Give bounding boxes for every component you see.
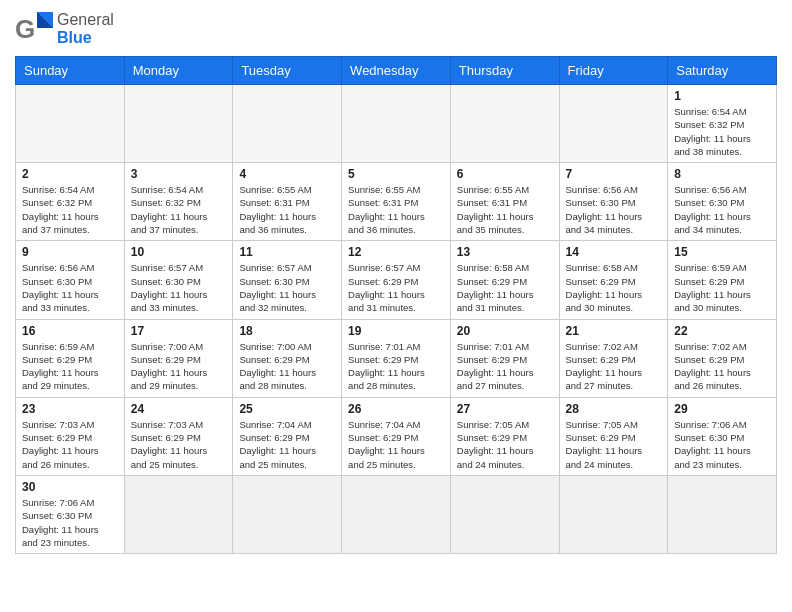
day-info: Sunrise: 6:57 AM Sunset: 6:30 PM Dayligh… <box>131 261 227 314</box>
calendar-week-row: 30Sunrise: 7:06 AM Sunset: 6:30 PM Dayli… <box>16 475 777 553</box>
weekday-header-row: Sunday Monday Tuesday Wednesday Thursday… <box>16 57 777 85</box>
calendar-cell: 10Sunrise: 6:57 AM Sunset: 6:30 PM Dayli… <box>124 241 233 319</box>
day-info: Sunrise: 7:04 AM Sunset: 6:29 PM Dayligh… <box>239 418 335 471</box>
calendar-cell: 16Sunrise: 6:59 AM Sunset: 6:29 PM Dayli… <box>16 319 125 397</box>
day-number: 5 <box>348 167 444 181</box>
day-number: 15 <box>674 245 770 259</box>
calendar-cell: 21Sunrise: 7:02 AM Sunset: 6:29 PM Dayli… <box>559 319 668 397</box>
calendar-cell: 20Sunrise: 7:01 AM Sunset: 6:29 PM Dayli… <box>450 319 559 397</box>
header-saturday: Saturday <box>668 57 777 85</box>
calendar-cell: 4Sunrise: 6:55 AM Sunset: 6:31 PM Daylig… <box>233 163 342 241</box>
calendar-cell: 23Sunrise: 7:03 AM Sunset: 6:29 PM Dayli… <box>16 397 125 475</box>
day-info: Sunrise: 6:58 AM Sunset: 6:29 PM Dayligh… <box>457 261 553 314</box>
day-info: Sunrise: 7:00 AM Sunset: 6:29 PM Dayligh… <box>131 340 227 393</box>
day-info: Sunrise: 6:55 AM Sunset: 6:31 PM Dayligh… <box>348 183 444 236</box>
day-info: Sunrise: 7:06 AM Sunset: 6:30 PM Dayligh… <box>674 418 770 471</box>
day-info: Sunrise: 6:59 AM Sunset: 6:29 PM Dayligh… <box>22 340 118 393</box>
calendar-cell: 13Sunrise: 6:58 AM Sunset: 6:29 PM Dayli… <box>450 241 559 319</box>
day-number: 17 <box>131 324 227 338</box>
day-info: Sunrise: 7:03 AM Sunset: 6:29 PM Dayligh… <box>22 418 118 471</box>
header-friday: Friday <box>559 57 668 85</box>
day-number: 6 <box>457 167 553 181</box>
day-info: Sunrise: 7:04 AM Sunset: 6:29 PM Dayligh… <box>348 418 444 471</box>
logo: G General Blue <box>15 10 114 48</box>
logo-container: G General Blue <box>15 10 114 48</box>
day-info: Sunrise: 6:55 AM Sunset: 6:31 PM Dayligh… <box>239 183 335 236</box>
calendar-week-row: 23Sunrise: 7:03 AM Sunset: 6:29 PM Dayli… <box>16 397 777 475</box>
day-info: Sunrise: 6:56 AM Sunset: 6:30 PM Dayligh… <box>674 183 770 236</box>
day-info: Sunrise: 7:05 AM Sunset: 6:29 PM Dayligh… <box>566 418 662 471</box>
calendar-cell: 11Sunrise: 6:57 AM Sunset: 6:30 PM Dayli… <box>233 241 342 319</box>
calendar-cell: 15Sunrise: 6:59 AM Sunset: 6:29 PM Dayli… <box>668 241 777 319</box>
day-info: Sunrise: 6:54 AM Sunset: 6:32 PM Dayligh… <box>22 183 118 236</box>
calendar-cell: 26Sunrise: 7:04 AM Sunset: 6:29 PM Dayli… <box>342 397 451 475</box>
calendar-cell <box>668 475 777 553</box>
calendar-cell <box>450 85 559 163</box>
calendar-cell: 5Sunrise: 6:55 AM Sunset: 6:31 PM Daylig… <box>342 163 451 241</box>
header-tuesday: Tuesday <box>233 57 342 85</box>
calendar-cell <box>342 475 451 553</box>
day-number: 7 <box>566 167 662 181</box>
day-info: Sunrise: 6:54 AM Sunset: 6:32 PM Dayligh… <box>674 105 770 158</box>
day-number: 21 <box>566 324 662 338</box>
calendar-cell <box>342 85 451 163</box>
calendar-cell: 25Sunrise: 7:04 AM Sunset: 6:29 PM Dayli… <box>233 397 342 475</box>
logo-icon: G <box>15 10 55 48</box>
day-number: 18 <box>239 324 335 338</box>
calendar-cell: 27Sunrise: 7:05 AM Sunset: 6:29 PM Dayli… <box>450 397 559 475</box>
header-wednesday: Wednesday <box>342 57 451 85</box>
day-info: Sunrise: 6:57 AM Sunset: 6:30 PM Dayligh… <box>239 261 335 314</box>
calendar-cell <box>124 475 233 553</box>
day-number: 4 <box>239 167 335 181</box>
calendar-cell: 3Sunrise: 6:54 AM Sunset: 6:32 PM Daylig… <box>124 163 233 241</box>
day-info: Sunrise: 7:00 AM Sunset: 6:29 PM Dayligh… <box>239 340 335 393</box>
calendar-cell <box>559 85 668 163</box>
calendar-cell <box>233 475 342 553</box>
calendar-cell: 24Sunrise: 7:03 AM Sunset: 6:29 PM Dayli… <box>124 397 233 475</box>
day-info: Sunrise: 7:03 AM Sunset: 6:29 PM Dayligh… <box>131 418 227 471</box>
calendar-cell <box>559 475 668 553</box>
day-info: Sunrise: 7:02 AM Sunset: 6:29 PM Dayligh… <box>566 340 662 393</box>
calendar-cell: 30Sunrise: 7:06 AM Sunset: 6:30 PM Dayli… <box>16 475 125 553</box>
day-info: Sunrise: 7:01 AM Sunset: 6:29 PM Dayligh… <box>348 340 444 393</box>
calendar: Sunday Monday Tuesday Wednesday Thursday… <box>15 56 777 554</box>
day-info: Sunrise: 7:06 AM Sunset: 6:30 PM Dayligh… <box>22 496 118 549</box>
calendar-cell <box>233 85 342 163</box>
day-number: 23 <box>22 402 118 416</box>
calendar-week-row: 1Sunrise: 6:54 AM Sunset: 6:32 PM Daylig… <box>16 85 777 163</box>
day-number: 24 <box>131 402 227 416</box>
calendar-cell: 6Sunrise: 6:55 AM Sunset: 6:31 PM Daylig… <box>450 163 559 241</box>
day-number: 1 <box>674 89 770 103</box>
calendar-cell: 18Sunrise: 7:00 AM Sunset: 6:29 PM Dayli… <box>233 319 342 397</box>
svg-text:G: G <box>15 14 35 44</box>
day-number: 10 <box>131 245 227 259</box>
calendar-week-row: 16Sunrise: 6:59 AM Sunset: 6:29 PM Dayli… <box>16 319 777 397</box>
day-info: Sunrise: 7:05 AM Sunset: 6:29 PM Dayligh… <box>457 418 553 471</box>
calendar-cell: 2Sunrise: 6:54 AM Sunset: 6:32 PM Daylig… <box>16 163 125 241</box>
day-info: Sunrise: 7:01 AM Sunset: 6:29 PM Dayligh… <box>457 340 553 393</box>
day-number: 25 <box>239 402 335 416</box>
header: G General Blue <box>15 10 777 48</box>
day-info: Sunrise: 6:55 AM Sunset: 6:31 PM Dayligh… <box>457 183 553 236</box>
calendar-cell: 17Sunrise: 7:00 AM Sunset: 6:29 PM Dayli… <box>124 319 233 397</box>
day-number: 19 <box>348 324 444 338</box>
day-number: 27 <box>457 402 553 416</box>
day-number: 2 <box>22 167 118 181</box>
day-info: Sunrise: 7:02 AM Sunset: 6:29 PM Dayligh… <box>674 340 770 393</box>
day-number: 29 <box>674 402 770 416</box>
day-info: Sunrise: 6:57 AM Sunset: 6:29 PM Dayligh… <box>348 261 444 314</box>
day-number: 8 <box>674 167 770 181</box>
day-info: Sunrise: 6:58 AM Sunset: 6:29 PM Dayligh… <box>566 261 662 314</box>
calendar-cell: 9Sunrise: 6:56 AM Sunset: 6:30 PM Daylig… <box>16 241 125 319</box>
calendar-week-row: 2Sunrise: 6:54 AM Sunset: 6:32 PM Daylig… <box>16 163 777 241</box>
calendar-cell: 1Sunrise: 6:54 AM Sunset: 6:32 PM Daylig… <box>668 85 777 163</box>
day-info: Sunrise: 6:56 AM Sunset: 6:30 PM Dayligh… <box>22 261 118 314</box>
day-number: 20 <box>457 324 553 338</box>
day-info: Sunrise: 6:59 AM Sunset: 6:29 PM Dayligh… <box>674 261 770 314</box>
calendar-week-row: 9Sunrise: 6:56 AM Sunset: 6:30 PM Daylig… <box>16 241 777 319</box>
calendar-cell: 8Sunrise: 6:56 AM Sunset: 6:30 PM Daylig… <box>668 163 777 241</box>
day-number: 16 <box>22 324 118 338</box>
calendar-cell <box>124 85 233 163</box>
day-number: 28 <box>566 402 662 416</box>
day-number: 11 <box>239 245 335 259</box>
